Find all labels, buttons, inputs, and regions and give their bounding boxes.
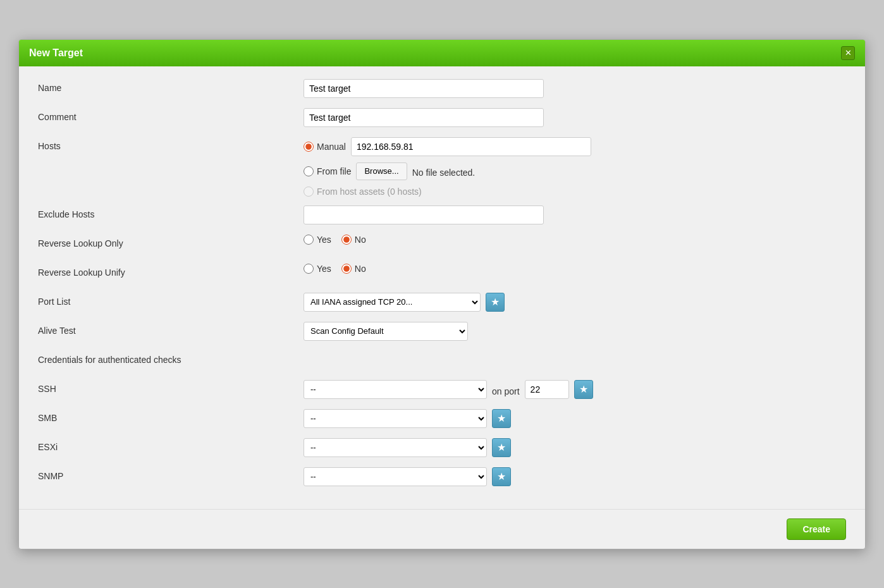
rlu-no-label: No <box>355 264 366 274</box>
rlu-yes-option[interactable]: Yes <box>304 264 331 274</box>
alive-test-select[interactable]: Scan Config Default <box>304 322 468 341</box>
name-input[interactable] <box>304 79 544 98</box>
ssh-row: SSH -- on port ★ <box>38 380 846 400</box>
reverse-lookup-unify-group: Yes No <box>304 264 366 274</box>
reverse-lookup-only-group: Yes No <box>304 235 366 245</box>
comment-label: Comment <box>38 108 304 122</box>
star-icon: ★ <box>579 383 588 395</box>
dialog-header: New Target ✕ <box>19 40 865 66</box>
dialog-title: New Target <box>29 47 83 59</box>
exclude-hosts-row: Exclude Hosts <box>38 205 846 226</box>
dialog-footer: Create <box>19 509 865 549</box>
rlo-no-radio[interactable] <box>341 235 352 245</box>
dialog-body: Name Comment Hosts Manual <box>19 66 865 509</box>
alive-test-label: Alive Test <box>38 322 304 336</box>
hosts-row: Hosts Manual From f <box>38 137 846 197</box>
rlo-no-label: No <box>355 235 366 245</box>
snmp-row: SNMP -- ★ <box>38 467 846 487</box>
exclude-hosts-control <box>304 205 846 224</box>
reverse-lookup-only-row: Reverse Lookup Only Yes No <box>38 235 846 255</box>
esxi-label: ESXi <box>38 438 304 452</box>
new-target-dialog: New Target ✕ Name Comment Hosts <box>18 39 866 549</box>
no-file-text: No file selected. <box>412 165 476 178</box>
exclude-hosts-label: Exclude Hosts <box>38 205 304 219</box>
star-icon: ★ <box>497 470 506 482</box>
snmp-label: SNMP <box>38 467 304 481</box>
rlu-no-radio[interactable] <box>341 264 352 274</box>
hosts-manual-label: Manual <box>317 142 346 152</box>
hosts-label: Hosts <box>38 137 304 151</box>
reverse-lookup-only-label: Reverse Lookup Only <box>38 235 304 248</box>
port-list-row: Port List All IANA assigned TCP 20... ★ <box>38 293 846 313</box>
credentials-header-label: Credentials for authenticated checks <box>38 351 304 365</box>
credentials-header-row: Credentials for authenticated checks <box>38 351 846 371</box>
smb-label: SMB <box>38 409 304 423</box>
alive-test-control: Scan Config Default <box>304 322 846 341</box>
smb-star-button[interactable]: ★ <box>492 409 511 428</box>
port-list-label: Port List <box>38 293 304 307</box>
esxi-control: -- ★ <box>304 438 846 457</box>
comment-control <box>304 108 846 127</box>
snmp-star-button[interactable]: ★ <box>492 467 511 486</box>
hosts-section: Manual From file Browse... No file selec… <box>304 137 591 197</box>
rlo-yes-option[interactable]: Yes <box>304 235 331 245</box>
hosts-manual-radio[interactable] <box>304 142 314 152</box>
on-port-label: on port <box>492 383 520 396</box>
hosts-fromfile-label: From file <box>317 166 351 176</box>
reverse-lookup-only-control: Yes No <box>304 235 846 245</box>
hosts-fromfile-radio[interactable] <box>304 166 314 176</box>
ssh-label: SSH <box>38 380 304 394</box>
hosts-manual-input[interactable] <box>351 137 591 156</box>
hosts-fromfile-radio-label[interactable]: From file <box>304 166 351 176</box>
hosts-manual-radio-label[interactable]: Manual <box>304 142 346 152</box>
rlo-yes-radio[interactable] <box>304 235 314 245</box>
ssh-star-button[interactable]: ★ <box>574 380 593 399</box>
esxi-select[interactable]: -- <box>304 438 487 457</box>
reverse-lookup-unify-row: Reverse Lookup Unify Yes No <box>38 264 846 284</box>
snmp-select[interactable]: -- <box>304 467 487 486</box>
hosts-fromassets-radio-label: From host assets (0 hosts) <box>304 187 422 197</box>
rlu-yes-label: Yes <box>317 264 331 274</box>
browse-button[interactable]: Browse... <box>356 162 407 180</box>
star-icon: ★ <box>497 412 506 424</box>
reverse-lookup-unify-label: Reverse Lookup Unify <box>38 264 304 278</box>
hosts-manual-option: Manual <box>304 137 591 156</box>
ssh-control: -- on port ★ <box>304 380 846 399</box>
smb-select[interactable]: -- <box>304 409 487 428</box>
hosts-fromassets-radio <box>304 187 314 197</box>
smb-control: -- ★ <box>304 409 846 428</box>
comment-row: Comment <box>38 108 846 128</box>
name-label: Name <box>38 79 304 93</box>
snmp-control: -- ★ <box>304 467 846 486</box>
create-button[interactable]: Create <box>787 518 846 540</box>
reverse-lookup-unify-control: Yes No <box>304 264 846 274</box>
name-row: Name <box>38 79 846 99</box>
port-list-control: All IANA assigned TCP 20... ★ <box>304 293 846 312</box>
port-list-star-button[interactable]: ★ <box>486 293 505 312</box>
port-list-select[interactable]: All IANA assigned TCP 20... <box>304 293 481 312</box>
star-icon: ★ <box>491 296 500 308</box>
hosts-control: Manual From file Browse... No file selec… <box>304 137 846 197</box>
rlu-yes-radio[interactable] <box>304 264 314 274</box>
exclude-hosts-input[interactable] <box>304 205 544 224</box>
hosts-fromassets-option: From host assets (0 hosts) <box>304 187 591 197</box>
rlo-yes-label: Yes <box>317 235 331 245</box>
comment-input[interactable] <box>304 108 544 127</box>
hosts-fromfile-option: From file Browse... No file selected. <box>304 162 591 180</box>
ssh-select[interactable]: -- <box>304 380 487 399</box>
alive-test-row: Alive Test Scan Config Default <box>38 322 846 342</box>
close-button[interactable]: ✕ <box>841 46 855 60</box>
name-control <box>304 79 846 98</box>
rlu-no-option[interactable]: No <box>341 264 366 274</box>
ssh-port-input[interactable] <box>525 380 569 399</box>
esxi-star-button[interactable]: ★ <box>492 438 511 457</box>
rlo-no-option[interactable]: No <box>341 235 366 245</box>
esxi-row: ESXi -- ★ <box>38 438 846 458</box>
hosts-fromassets-label: From host assets (0 hosts) <box>317 187 422 197</box>
smb-row: SMB -- ★ <box>38 409 846 429</box>
star-icon: ★ <box>497 441 506 453</box>
